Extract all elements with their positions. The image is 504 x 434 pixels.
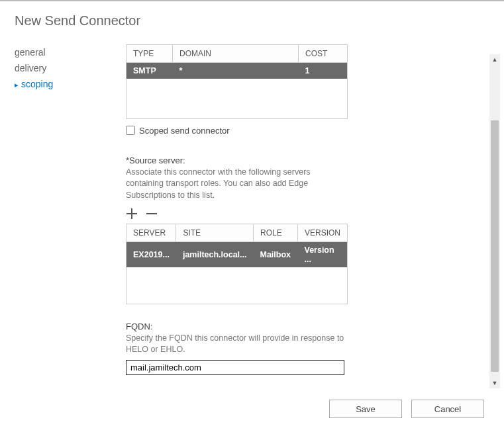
col-site[interactable]: SITE [176, 224, 254, 242]
fqdn-label: FQDN: [126, 322, 348, 331]
remove-server-button[interactable] [146, 208, 158, 220]
table-row[interactable]: EX2019... jamiltech.local... Mailbox Ver… [126, 242, 348, 268]
cell-type: SMTP [126, 63, 173, 79]
fqdn-block: FQDN: Specify the FQDN this connector wi… [126, 322, 348, 375]
col-type[interactable]: TYPE [126, 45, 173, 63]
address-space-table: TYPE DOMAIN COST SMTP * 1 [126, 44, 348, 119]
scroll-down-arrow-icon[interactable]: ▼ [489, 378, 500, 388]
col-version[interactable]: VERSION [297, 224, 347, 242]
cell-cost: 1 [299, 63, 348, 79]
col-role[interactable]: ROLE [253, 224, 297, 242]
save-button[interactable]: Save [329, 400, 402, 418]
fqdn-input[interactable] [126, 360, 344, 375]
scoped-checkbox-label: Scoped send connector [139, 126, 230, 136]
page-title: New Send Connector [0, 1, 504, 28]
col-server[interactable]: SERVER [126, 224, 176, 242]
add-server-button[interactable] [126, 208, 138, 220]
sidebar-item-general[interactable]: general [15, 44, 126, 60]
server-table: SERVER SITE ROLE VERSION EX2019... jamil… [126, 224, 348, 304]
sidebar-item-delivery[interactable]: delivery [15, 60, 126, 76]
cell-domain: * [173, 63, 299, 79]
scroll-up-arrow-icon[interactable]: ▲ [489, 54, 500, 65]
minus-icon [146, 208, 157, 219]
table-row[interactable]: SMTP * 1 [126, 63, 348, 79]
source-server-label: *Source server: [126, 155, 348, 165]
vertical-scrollbar[interactable]: ▲ ▼ [489, 54, 500, 388]
cell-site: jamiltech.local... [176, 242, 254, 268]
cell-role: Mailbox [253, 242, 297, 268]
scoped-checkbox-input[interactable] [126, 126, 135, 135]
cell-version: Version ... [297, 242, 347, 268]
plus-icon [126, 208, 137, 219]
scoped-send-connector-checkbox[interactable]: Scoped send connector [126, 126, 348, 136]
col-domain[interactable]: DOMAIN [173, 45, 299, 63]
source-server-description: Associate this connector with the follow… [126, 167, 348, 202]
scroll-thumb[interactable] [491, 120, 499, 372]
sidebar-nav: general delivery scoping [0, 44, 126, 375]
sidebar-item-scoping[interactable]: scoping [15, 76, 126, 92]
fqdn-description: Specify the FQDN this connector will pro… [126, 333, 348, 356]
main-content: TYPE DOMAIN COST SMTP * 1 Scoped send co… [126, 44, 348, 375]
cell-server: EX2019... [126, 242, 176, 268]
source-server-block: *Source server: Associate this connector… [126, 155, 348, 304]
footer-buttons: Save Cancel [329, 400, 484, 418]
cancel-button[interactable]: Cancel [411, 400, 484, 418]
col-cost[interactable]: COST [299, 45, 348, 63]
